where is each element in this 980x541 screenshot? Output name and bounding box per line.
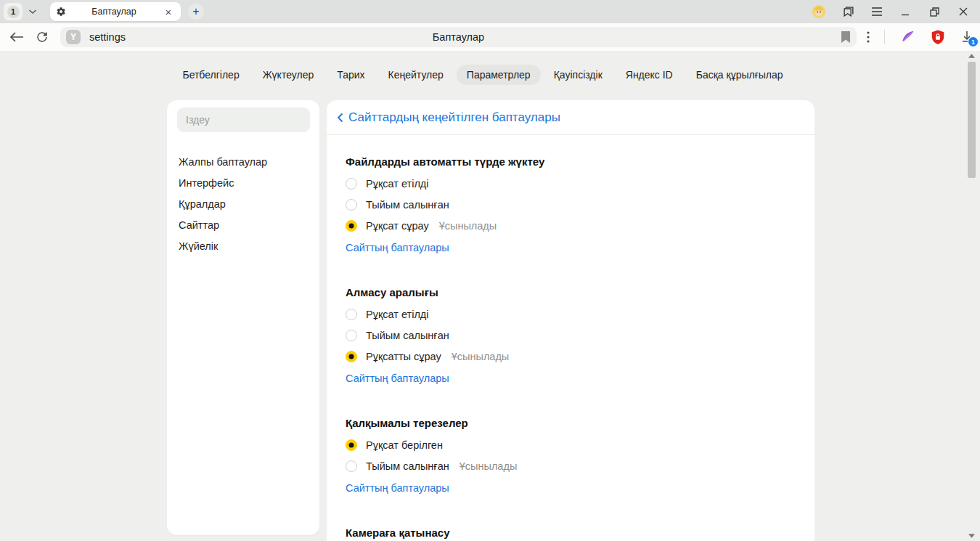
section-popups: Қалқымалы терезелер Рұқсат берілген Тыйы… — [346, 417, 796, 495]
section-title: Камераға қатынасу — [346, 526, 796, 540]
browser-tab[interactable]: Баптаулар × — [50, 2, 181, 21]
site-favicon: Y — [66, 30, 81, 44]
sidebar-item-system[interactable]: Жүйелік — [177, 235, 310, 256]
browser-window: 1 Баптаулар × + — [0, 0, 980, 541]
option-label: Рұқсатты сұрау — [366, 351, 441, 362]
nav-tab-extensions[interactable]: Кеңейтулер — [378, 65, 454, 85]
protect-shield-icon[interactable] — [930, 29, 946, 45]
radio-icon[interactable] — [346, 178, 357, 190]
search-input[interactable] — [177, 107, 310, 132]
radio-option[interactable]: Рұқсатты сұрау Ұсынылады — [346, 346, 796, 367]
radio-icon[interactable] — [346, 220, 357, 232]
page-heading-row[interactable]: Сайттардың кеңейтілген баптаулары — [327, 100, 814, 135]
radio-option[interactable]: Тыйым салынған Ұсынылады — [346, 455, 796, 476]
radio-option[interactable]: Тыйым салынған — [346, 194, 796, 215]
option-label: Тыйым салынған — [366, 330, 449, 341]
close-window-button[interactable] — [957, 5, 970, 18]
back-chevron-icon[interactable] — [337, 113, 343, 123]
option-label: Рұқсат етілді — [366, 309, 429, 320]
section-clipboard: Алмасу аралығы Рұқсат етілді Тыйым салын… — [346, 286, 796, 385]
radio-option[interactable]: Рұқсат етілді — [346, 173, 796, 194]
reload-button[interactable] — [33, 28, 51, 46]
option-label: Тыйым салынған — [366, 460, 449, 472]
nav-tab-bookmarks[interactable]: Бетбелгілер — [172, 65, 249, 85]
tab-close-button[interactable]: × — [162, 5, 175, 18]
new-tab-button[interactable]: + — [188, 4, 204, 20]
address-toolbar: Y settings Баптаулар 1 — [0, 23, 980, 51]
radio-icon[interactable] — [346, 309, 357, 320]
tab-counter-button[interactable]: 1 — [4, 3, 23, 20]
site-settings-link[interactable]: Сайттың баптаулары — [346, 482, 449, 494]
site-settings-link[interactable]: Сайттың баптаулары — [346, 373, 449, 384]
nav-tab-yandex-id[interactable]: Яндекс ID — [616, 65, 683, 85]
radio-option[interactable]: Рұқсат сұрау Ұсынылады — [346, 215, 796, 236]
tab-bar: 1 Баптаулар × + — [0, 0, 980, 23]
omnibox-more-button[interactable] — [867, 31, 870, 43]
nav-tab-security[interactable]: Қауіпсіздік — [544, 65, 613, 85]
sidebar-item-tools[interactable]: Құралдар — [177, 193, 310, 214]
radio-option[interactable]: Рұқсат етілді — [346, 304, 796, 325]
radio-icon[interactable] — [346, 199, 357, 211]
omnibox-page-title: Баптаулар — [433, 31, 484, 43]
radio-icon[interactable] — [346, 439, 357, 451]
radio-icon[interactable] — [346, 351, 357, 362]
scrollbar-thumb[interactable] — [968, 62, 976, 178]
nav-tab-history[interactable]: Тарих — [327, 65, 375, 85]
url-text: settings — [89, 31, 126, 43]
download-count-badge: 1 — [968, 37, 978, 46]
minimize-button[interactable] — [899, 5, 912, 18]
section-title: Қалқымалы терезелер — [346, 417, 796, 430]
settings-sidebar: Жалпы баптаулар Интерфейс Құралдар Сайтт… — [167, 100, 319, 535]
section-title: Файлдарды автоматты түрде жүктеу — [346, 155, 796, 168]
bookmark-flag-icon[interactable] — [841, 31, 851, 43]
radio-icon[interactable] — [346, 460, 357, 472]
page-scrollbar[interactable] — [966, 51, 977, 541]
address-bar[interactable]: Y settings Баптаулар — [60, 27, 857, 47]
site-settings-link[interactable]: Сайттың баптаулары — [346, 242, 449, 253]
settings-main-panel: Сайттардың кеңейтілген баптаулары Файлда… — [327, 100, 814, 541]
scroll-down-arrow[interactable] — [968, 534, 975, 538]
sidebar-item-sites[interactable]: Сайттар — [177, 214, 310, 235]
recommended-badge: Ұсынылады — [452, 351, 510, 362]
sidebar-list: Жалпы баптаулар Интерфейс Құралдар Сайтт… — [177, 151, 310, 256]
chevron-down-icon — [28, 9, 37, 15]
tab-list-chevron-button[interactable] — [23, 3, 43, 20]
settings-nav-tabs: Бетбелгілер Жүктеулер Тарих Кеңейтулер П… — [0, 65, 965, 85]
gear-icon — [56, 7, 66, 17]
section-camera: Камераға қатынасу ov9734_azurewave_camer… — [346, 526, 796, 541]
recommended-badge: Ұсынылады — [439, 220, 497, 232]
profile-avatar[interactable] — [812, 4, 826, 19]
tab-title: Баптаулар — [66, 7, 162, 17]
toolbar-divider — [884, 30, 885, 44]
back-button[interactable] — [8, 28, 25, 46]
sidebar-item-interface[interactable]: Интерфейс — [177, 172, 310, 193]
tab-count: 1 — [7, 6, 20, 18]
radio-option[interactable]: Рұқсат берілген — [346, 434, 796, 455]
menu-button[interactable] — [871, 7, 883, 17]
nav-tab-downloads[interactable]: Жүктеулер — [253, 65, 324, 85]
radio-option[interactable]: Тыйым салынған — [346, 325, 796, 346]
downloads-button[interactable]: 1 — [960, 30, 973, 44]
bookmarks-panel-button[interactable] — [842, 5, 855, 18]
option-label: Рұқсат етілді — [366, 178, 429, 190]
option-label: Рұқсат берілген — [366, 439, 443, 451]
section-auto-download: Файлдарды автоматты түрде жүктеу Рұқсат … — [346, 155, 796, 254]
radio-icon[interactable] — [346, 330, 357, 341]
option-label: Тыйым салынған — [366, 199, 449, 211]
recommended-badge: Ұсынылады — [460, 460, 518, 472]
nav-tab-settings[interactable]: Параметрлер — [457, 65, 541, 85]
sidebar-item-general[interactable]: Жалпы баптаулар — [177, 151, 310, 172]
page-title: Сайттардың кеңейтілген баптаулары — [348, 110, 560, 125]
option-label: Рұқсат сұрау — [366, 220, 429, 232]
nav-tab-other-devices[interactable]: Басқа құрылғылар — [686, 65, 793, 85]
section-title: Алмасу аралығы — [346, 286, 796, 299]
maximize-button[interactable] — [928, 5, 941, 18]
extension-feather-icon[interactable] — [899, 29, 915, 45]
scroll-up-arrow[interactable] — [968, 54, 975, 58]
